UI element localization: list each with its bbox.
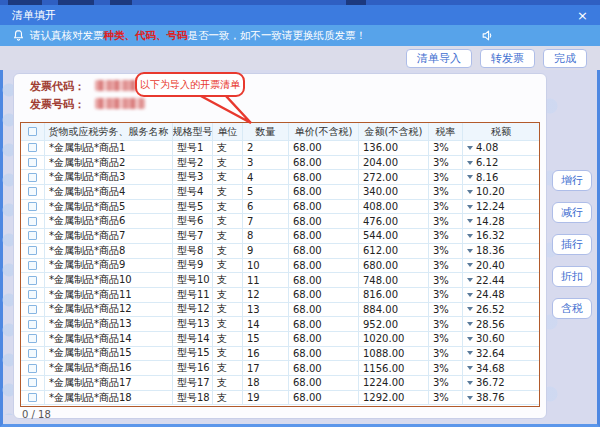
notice-bar: 请认真核对发票种类、代码、号码是否一致，如不一致请更换纸质发票！ bbox=[0, 25, 600, 46]
row-checkbox[interactable] bbox=[28, 246, 37, 255]
finish-button[interactable]: 完成 bbox=[543, 49, 587, 68]
cell-tax-rate-dropdown[interactable]: 3% bbox=[429, 156, 463, 171]
cell-tax-rate-dropdown[interactable]: 3% bbox=[429, 229, 463, 244]
list-import-button[interactable]: 清单导入 bbox=[406, 49, 472, 68]
tax-amount-value: 38.76 bbox=[476, 392, 505, 403]
chevron-down-icon[interactable] bbox=[467, 234, 473, 238]
row-checkbox[interactable] bbox=[28, 173, 37, 182]
row-checkbox[interactable] bbox=[28, 364, 37, 373]
row-checkbox[interactable] bbox=[28, 305, 37, 314]
cell-tax-rate-dropdown[interactable]: 3% bbox=[429, 332, 463, 347]
cell-unit: 支 bbox=[213, 200, 243, 215]
tax-amount-value: 28.56 bbox=[476, 319, 505, 330]
add-row-button[interactable]: 增行 bbox=[552, 170, 592, 191]
tax-amount-value: 26.52 bbox=[476, 304, 505, 315]
chevron-down-icon[interactable] bbox=[467, 175, 473, 179]
table-row: *金属制品*商品10 型号10 支 11 68.00 748.00 3% 22.… bbox=[21, 273, 539, 288]
chevron-down-icon[interactable] bbox=[467, 293, 473, 297]
row-checkbox[interactable] bbox=[28, 290, 37, 299]
chevron-down-icon[interactable] bbox=[467, 205, 473, 209]
cell-tax-rate-dropdown[interactable]: 3% bbox=[429, 185, 463, 200]
cell-model: 型号5 bbox=[173, 200, 213, 215]
chevron-down-icon[interactable] bbox=[467, 366, 473, 370]
items-table: 货物或应税劳务、服务名称 规格型号 单位 数量 单价(不含税) 金额(不含税) … bbox=[20, 122, 540, 407]
row-checkbox[interactable] bbox=[28, 231, 37, 240]
cell-quantity: 10 bbox=[243, 259, 289, 274]
cell-goods-name: *金属制品*商品18 bbox=[45, 391, 173, 406]
chevron-down-icon[interactable] bbox=[467, 396, 473, 400]
row-checkbox[interactable] bbox=[28, 261, 37, 270]
cell-tax-rate-dropdown[interactable]: 3% bbox=[429, 376, 463, 391]
row-checkbox[interactable] bbox=[28, 320, 37, 329]
cell-tax-rate-dropdown[interactable]: 3% bbox=[429, 170, 463, 185]
row-checkbox[interactable] bbox=[28, 349, 37, 358]
table-row: *金属制品*商品7 型号7 支 8 68.00 544.00 3% 16.32 bbox=[21, 229, 539, 244]
select-all-checkbox[interactable] bbox=[28, 127, 37, 136]
cell-model: 型号7 bbox=[173, 229, 213, 244]
chevron-down-icon[interactable] bbox=[467, 307, 473, 311]
cell-tax-rate-dropdown[interactable]: 3% bbox=[429, 317, 463, 332]
cell-tax-rate-dropdown[interactable]: 3% bbox=[429, 214, 463, 229]
cell-quantity: 7 bbox=[243, 214, 289, 229]
chevron-down-icon[interactable] bbox=[467, 278, 473, 282]
cell-amount: 272.00 bbox=[359, 170, 429, 185]
cell-tax-rate-dropdown[interactable]: 3% bbox=[429, 303, 463, 318]
cell-tax-rate-dropdown[interactable]: 3% bbox=[429, 200, 463, 215]
row-checkbox[interactable] bbox=[28, 202, 37, 211]
row-checkbox[interactable] bbox=[28, 334, 37, 343]
chevron-down-icon[interactable] bbox=[467, 161, 473, 165]
remove-row-button[interactable]: 减行 bbox=[552, 202, 592, 223]
tax-included-button[interactable]: 含税 bbox=[552, 298, 592, 319]
chevron-down-icon[interactable] bbox=[467, 337, 473, 341]
row-checkbox[interactable] bbox=[28, 276, 37, 285]
col-header-unit: 单位 bbox=[213, 123, 243, 141]
chevron-down-icon[interactable] bbox=[467, 381, 473, 385]
to-invoice-button[interactable]: 转发票 bbox=[480, 49, 535, 68]
cell-tax-rate-dropdown[interactable]: 3% bbox=[429, 259, 463, 274]
cell-model: 型号11 bbox=[173, 288, 213, 303]
row-checkbox[interactable] bbox=[28, 158, 37, 167]
row-checkbox[interactable] bbox=[28, 143, 37, 152]
cell-tax-rate-dropdown[interactable]: 3% bbox=[429, 141, 463, 156]
row-checkbox[interactable] bbox=[28, 217, 37, 226]
cell-tax-amount: 36.72 bbox=[463, 376, 539, 391]
row-checkbox[interactable] bbox=[28, 378, 37, 387]
row-checkbox[interactable] bbox=[28, 187, 37, 196]
cell-unit: 支 bbox=[213, 303, 243, 318]
cell-amount: 1224.00 bbox=[359, 376, 429, 391]
col-header-name: 货物或应税劳务、服务名称 bbox=[45, 123, 173, 141]
table-row: *金属制品*商品18 型号18 支 19 68.00 1292.00 3% 38… bbox=[21, 391, 539, 406]
cell-tax-rate-dropdown[interactable]: 3% bbox=[429, 273, 463, 288]
speaker-icon[interactable] bbox=[481, 29, 494, 42]
cell-tax-rate-dropdown[interactable]: 3% bbox=[429, 244, 463, 259]
cell-tax-rate-dropdown[interactable]: 3% bbox=[429, 391, 463, 406]
cell-tax-amount: 10.20 bbox=[463, 185, 539, 200]
cell-unit-price: 68.00 bbox=[289, 303, 359, 318]
chevron-down-icon[interactable] bbox=[467, 219, 473, 223]
chevron-down-icon[interactable] bbox=[467, 322, 473, 326]
insert-row-button[interactable]: 插行 bbox=[552, 234, 592, 255]
cell-tax-rate-dropdown[interactable]: 3% bbox=[429, 347, 463, 362]
close-icon[interactable]: × bbox=[577, 9, 588, 22]
cell-unit: 支 bbox=[213, 332, 243, 347]
tax-amount-value: 12.24 bbox=[476, 201, 505, 212]
cell-quantity: 2 bbox=[243, 141, 289, 156]
cell-amount: 952.00 bbox=[359, 317, 429, 332]
cell-unit-price: 68.00 bbox=[289, 200, 359, 215]
chevron-down-icon[interactable] bbox=[467, 190, 473, 194]
cell-unit: 支 bbox=[213, 259, 243, 274]
chevron-down-icon[interactable] bbox=[467, 146, 473, 150]
chevron-down-icon[interactable] bbox=[467, 351, 473, 355]
bell-icon bbox=[12, 29, 25, 42]
chevron-down-icon[interactable] bbox=[467, 263, 473, 267]
cell-quantity: 19 bbox=[243, 391, 289, 406]
cell-tax-rate-dropdown[interactable]: 3% bbox=[429, 361, 463, 376]
cell-unit: 支 bbox=[213, 391, 243, 406]
invoice-number-value-redacted bbox=[95, 98, 145, 109]
cell-quantity: 9 bbox=[243, 244, 289, 259]
cell-tax-rate-dropdown[interactable]: 3% bbox=[429, 288, 463, 303]
cell-model: 型号10 bbox=[173, 273, 213, 288]
row-checkbox[interactable] bbox=[28, 393, 37, 402]
discount-button[interactable]: 折扣 bbox=[552, 266, 592, 287]
chevron-down-icon[interactable] bbox=[467, 249, 473, 253]
